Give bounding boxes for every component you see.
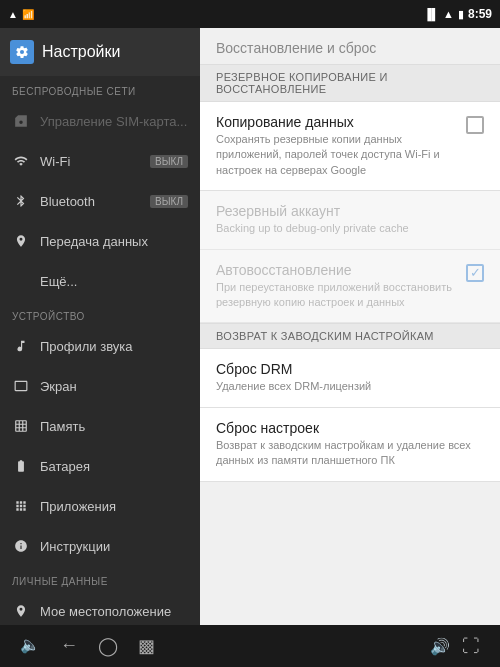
main-layout: Настройки БЕСПРОВОДНЫЕ СЕТИ Управление S… (0, 28, 500, 625)
drm-reset-item[interactable]: Сброс DRM Удаление всех DRM-лицензий (200, 349, 500, 407)
status-bar: ▲ 📶 ▐▌ ▲ ▮ 8:59 (0, 0, 500, 28)
sidebar-item-data[interactable]: Передача данных (0, 221, 200, 261)
sidebar: Настройки БЕСПРОВОДНЫЕ СЕТИ Управление S… (0, 28, 200, 625)
factory-reset-title: Сброс настроек (216, 420, 484, 436)
backup-data-desc: Сохранять резервные копии данных приложе… (216, 132, 456, 178)
wifi-icon (12, 152, 30, 170)
status-bar-left: ▲ 📶 (8, 9, 34, 20)
drm-reset-desc: Удаление всех DRM-лицензий (216, 379, 484, 394)
backup-data-title: Копирование данных (216, 114, 456, 130)
apps-text: Приложения (40, 499, 188, 514)
status-bar-right: ▐▌ ▲ ▮ 8:59 (423, 7, 492, 21)
drm-reset-body: Сброс DRM Удаление всех DRM-лицензий (216, 361, 484, 394)
autorestore-item: Автовосстановление При переустановке при… (200, 250, 500, 324)
autorestore-desc: При переустановке приложений восстановит… (216, 280, 456, 311)
sidebar-item-bluetooth[interactable]: Bluetooth ВЫКЛ (0, 181, 200, 221)
sidebar-item-display[interactable]: Экран (0, 366, 200, 406)
bluetooth-icon (12, 192, 30, 210)
factory-section-title: ВОЗВРАТ К ЗАВОДСКИМ НАСТРОЙКАМ (200, 323, 500, 349)
wifi-toggle[interactable]: ВЫКЛ (150, 155, 188, 168)
location-icon (12, 602, 30, 620)
sidebar-item-battery[interactable]: Батарея (0, 446, 200, 486)
sidebar-item-location[interactable]: Мое местоположение (0, 591, 200, 625)
battery-icon (12, 457, 30, 475)
autorestore-body: Автовосстановление При переустановке при… (216, 262, 456, 311)
data-text: Передача данных (40, 234, 188, 249)
sidebar-item-wifi[interactable]: Wi-Fi ВЫКЛ (0, 141, 200, 181)
section-label-wireless: БЕСПРОВОДНЫЕ СЕТИ (0, 76, 200, 101)
sound-icon (12, 337, 30, 355)
backup-account-title: Резервный аккаунт (216, 203, 484, 219)
nav-bar-right: 🔊 ⛶ (430, 636, 480, 657)
nav-bar-left: 🔈 ← ◯ ▩ (20, 635, 155, 657)
instructions-icon (12, 537, 30, 555)
back-button[interactable]: ← (60, 635, 78, 657)
autorestore-title: Автовосстановление (216, 262, 456, 278)
backup-account-body: Резервный аккаунт Backing up to debug-on… (216, 203, 484, 236)
autorestore-checkbox: ✓ (466, 264, 484, 282)
backup-account-item: Резервный аккаунт Backing up to debug-on… (200, 191, 500, 249)
sidebar-item-memory[interactable]: Память (0, 406, 200, 446)
sim-icon (12, 112, 30, 130)
display-icon (12, 377, 30, 395)
sound-text: Профили звука (40, 339, 188, 354)
signal-bars-icon: ▐▌ (423, 8, 439, 20)
factory-reset-body: Сброс настроек Возврат к заводским настр… (216, 420, 484, 469)
backup-data-item[interactable]: Копирование данных Сохранять резервные к… (200, 102, 500, 191)
sidebar-item-instructions[interactable]: Инструкции (0, 526, 200, 566)
nav-bar: 🔈 ← ◯ ▩ 🔊 ⛶ (0, 625, 500, 667)
time-display: 8:59 (468, 7, 492, 21)
backup-data-checkbox[interactable] (466, 116, 484, 134)
volume-down-button[interactable]: 🔈 (20, 635, 40, 657)
settings-icon (10, 40, 34, 64)
sidebar-item-sound[interactable]: Профили звука (0, 326, 200, 366)
location-text: Мое местоположение (40, 604, 188, 619)
more-text: Ещё... (40, 274, 188, 289)
sidebar-item-apps[interactable]: Приложения (0, 486, 200, 526)
sidebar-title: Настройки (42, 43, 120, 61)
instructions-text: Инструкции (40, 539, 188, 554)
drm-reset-title: Сброс DRM (216, 361, 484, 377)
battery-text: Батарея (40, 459, 188, 474)
triangle-icon: ▲ (8, 9, 18, 20)
backup-section-title: РЕЗЕРВНОЕ КОПИРОВАНИЕ И ВОССТАНОВЛЕНИЕ (200, 64, 500, 102)
sim-text: Управление SIM-карта... (40, 114, 188, 129)
memory-text: Память (40, 419, 188, 434)
content-header: Восстановление и сброс (200, 28, 500, 64)
volume-up-button[interactable]: 🔊 (430, 637, 450, 656)
sidebar-item-more[interactable]: Ещё... (0, 261, 200, 301)
sidebar-header: Настройки (0, 28, 200, 76)
section-label-device: УСТРОЙСТВО (0, 301, 200, 326)
factory-reset-desc: Возврат к заводским настройкам и удалени… (216, 438, 484, 469)
home-button[interactable]: ◯ (98, 635, 118, 657)
wifi-text: Wi-Fi (40, 154, 140, 169)
wifi-status-icon: ▲ (443, 8, 454, 20)
data-icon (12, 232, 30, 250)
content-area: Восстановление и сброс РЕЗЕРВНОЕ КОПИРОВ… (200, 28, 500, 625)
recents-button[interactable]: ▩ (138, 635, 155, 657)
more-icon (12, 272, 30, 290)
bluetooth-text: Bluetooth (40, 194, 140, 209)
section-label-personal: ЛИЧНЫЕ ДАННЫЕ (0, 566, 200, 591)
bluetooth-toggle[interactable]: ВЫКЛ (150, 195, 188, 208)
apps-icon (12, 497, 30, 515)
backup-section: РЕЗЕРВНОЕ КОПИРОВАНИЕ И ВОССТАНОВЛЕНИЕ К… (200, 64, 500, 323)
backup-account-desc: Backing up to debug-only private cache (216, 221, 484, 236)
factory-reset-item[interactable]: Сброс настроек Возврат к заводским настр… (200, 408, 500, 482)
display-text: Экран (40, 379, 188, 394)
sidebar-item-sim[interactable]: Управление SIM-карта... (0, 101, 200, 141)
memory-icon (12, 417, 30, 435)
battery-status-icon: ▮ (458, 8, 464, 21)
backup-data-body: Копирование данных Сохранять резервные к… (216, 114, 456, 178)
fullscreen-button[interactable]: ⛶ (462, 636, 480, 657)
notification-icon: 📶 (22, 9, 34, 20)
factory-section: ВОЗВРАТ К ЗАВОДСКИМ НАСТРОЙКАМ Сброс DRM… (200, 323, 500, 481)
